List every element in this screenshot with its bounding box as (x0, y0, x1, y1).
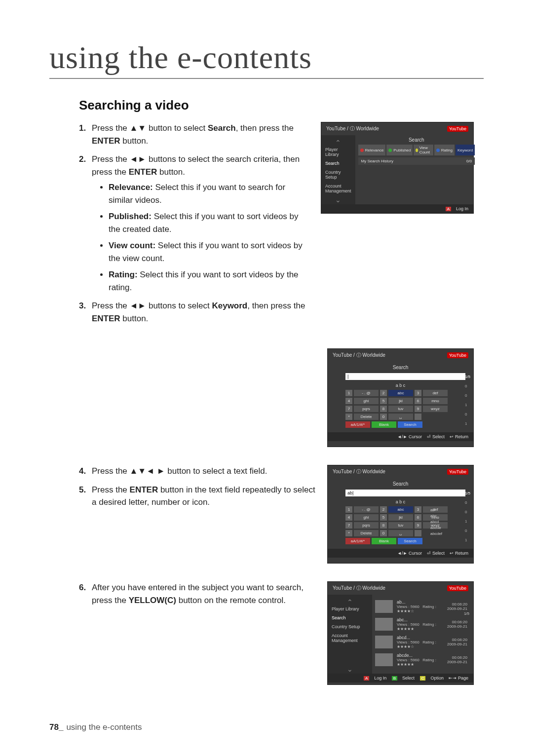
step-6: After you have entered in the subject yo… (79, 581, 315, 606)
hint-cursor: ◄/► Cursor (397, 434, 422, 439)
chevron-down-icon: ⌄ (321, 197, 355, 202)
screenshot-results: YouTube / ⓘ Worldwide YouTube ⌃ Player L… (327, 581, 474, 685)
bullet-published: Published: Select this if you want to so… (109, 210, 309, 235)
thumbnail (375, 653, 393, 666)
chevron-up-icon: ⌃ (321, 140, 355, 145)
search-panel-title: Search (358, 137, 475, 143)
screenshot-search-criteria: YouTube / ⓘ Worldwide YouTube ⌃ Player L… (321, 122, 474, 214)
screenshot-keypad: YouTube / ⓘ Worldwide YouTube Search | a… (327, 348, 474, 447)
sidebar-item-player-library[interactable]: Player Library (321, 145, 355, 159)
search-history-label: My Search History (361, 159, 393, 163)
step-3: Press the ◄► buttons to select Keyword, … (79, 300, 309, 325)
youtube-logo-icon: YouTube (447, 126, 468, 132)
hint-return: ↩ Return (450, 434, 468, 439)
criteria-published[interactable]: Published (386, 145, 413, 155)
sidebar-item-country-setup[interactable]: Country Setup (321, 168, 355, 182)
hint-select: ⏎ Select (427, 434, 445, 439)
mode-key[interactable]: aA/1/#/* (345, 421, 370, 428)
sidebar-item-account-management[interactable]: Account Management (321, 182, 355, 195)
criteria-relevance[interactable]: Relevance (358, 145, 386, 155)
step-5: Press the ENTER button in the text field… (79, 484, 315, 509)
youtube-logo-icon: YouTube (447, 352, 468, 358)
step-2: Press the ◄► buttons to select the searc… (79, 153, 309, 294)
result-row[interactable]: abcd...Views : 5960 Rating : ★★★★☆00:06:… (372, 633, 470, 651)
login-hint: Log In (456, 206, 468, 211)
youtube-logo-icon: YouTube (447, 469, 468, 475)
criteria-view-count[interactable]: View Count (414, 145, 433, 155)
screenshot-breadcrumb: YouTube / ⓘ Worldwide (326, 125, 379, 132)
chevron-down-icon: ⌄ (328, 667, 372, 672)
screenshot-keypad-suggest: YouTube / ⓘ Worldwide YouTube Search ab|… (327, 465, 474, 564)
blank-key[interactable]: Blank (372, 421, 396, 428)
step-1: Press the ▲▼ button to select Search, th… (79, 122, 309, 147)
input-mode-label: a b c (331, 383, 470, 388)
bullet-viewcount: View count: Select this if you want to s… (109, 239, 309, 265)
thumbnail (375, 618, 393, 631)
keyword-input[interactable]: ab| (345, 490, 465, 496)
chevron-up-icon: ⌃ (328, 600, 372, 605)
sidebar-item-search[interactable]: Search (321, 159, 355, 168)
search-history-count: 0/0 (466, 159, 472, 163)
result-row[interactable]: abcde...Views : 5960 Rating : ★★★★★00:06… (372, 651, 470, 669)
result-count: 1/5 (464, 611, 469, 616)
criteria-keyword[interactable]: Keyword (456, 145, 475, 155)
section-heading: Searching a video (79, 98, 484, 113)
step-4: Press the ▲▼◄ ► button to select a text … (79, 465, 315, 478)
onscreen-keypad[interactable]: 1- . @2abc3def 4ghi5jkl6mno 7pqrs8tuv9wx… (345, 506, 470, 544)
result-row[interactable]: abc...Views : 5960 Rating : ★★★★★00:06:2… (372, 615, 470, 633)
page-footer: 78_using the e-contents (49, 722, 142, 732)
search-key[interactable]: Search (398, 421, 422, 428)
result-row[interactable]: ab...Views : 5960 Rating : ★★★★☆00:06:20… (372, 598, 470, 615)
onscreen-keypad[interactable]: 1- . @2abc3def 4ghi5jkl6mno 7pqrs8tuv9wx… (345, 390, 470, 428)
suggestion-list[interactable]: ababcabcdabcdeabcdef (430, 508, 442, 536)
bullet-rating: Rating: Select this if you want to sort … (109, 268, 309, 294)
thumbnail (375, 636, 393, 648)
red-tag-icon: A (446, 207, 451, 211)
thumbnail (375, 600, 393, 613)
criteria-rating[interactable]: Rating (434, 145, 455, 155)
page-title: using the e-contents (49, 39, 484, 79)
youtube-logo-icon: YouTube (447, 585, 468, 591)
bullet-relevance: Relevance: Select this if you want to se… (109, 181, 309, 206)
keyword-input[interactable]: | (345, 373, 465, 380)
